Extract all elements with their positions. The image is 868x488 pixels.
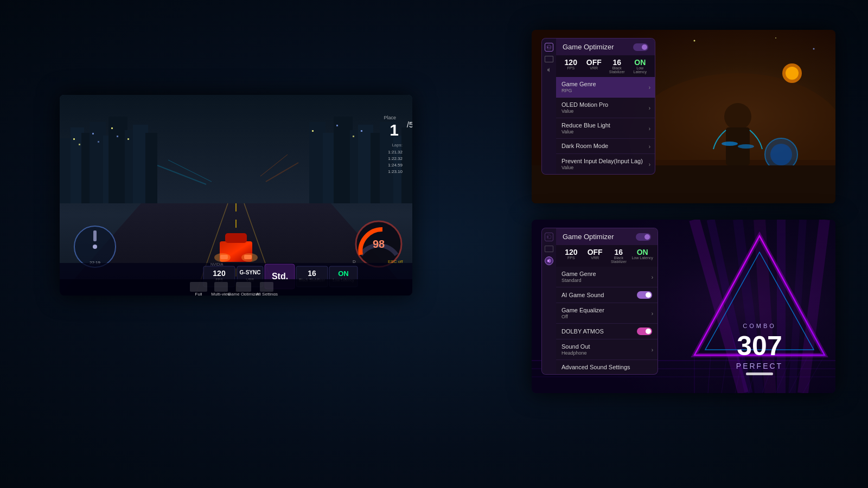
menu-item-reduce-blue[interactable]: Reduce Blue Light Value › [556, 118, 655, 139]
menu-item-input-delay[interactable]: Prevent Input Delay(Input Lag) Value › [556, 154, 655, 174]
svg-point-92 [786, 67, 799, 80]
stat-vrr-bottom: OFF VRR [584, 248, 606, 264]
svg-text:Laps:: Laps: [392, 143, 403, 147]
svg-rect-26 [312, 130, 314, 132]
svg-rect-28 [353, 136, 354, 137]
svg-rect-82 [236, 282, 251, 292]
stat-blackstab-bottom: 16 Black Stabilizer [608, 248, 630, 264]
svg-rect-15 [117, 136, 118, 137]
svg-text:1: 1 [390, 121, 399, 139]
svg-rect-10 [73, 138, 75, 140]
svg-rect-131 [746, 373, 773, 375]
svg-point-46 [93, 245, 97, 249]
menu-item-game-genre-sound[interactable]: Game Genre Standard › [556, 267, 658, 287]
svg-rect-9 [145, 133, 157, 203]
svg-rect-27 [336, 125, 338, 126]
audio-icon-bottom-active [545, 256, 553, 265]
optimizer-title-top: Game Optimizer [563, 43, 614, 51]
display-icon-bottom [545, 246, 553, 252]
svg-text:1:23.10: 1:23.10 [388, 169, 403, 174]
game-optimizer-panel-bottom: Game Optimizer 120 FPS OFF VRR 16 Black … [541, 228, 658, 375]
svg-text:COMBO: COMBO [743, 323, 776, 329]
svg-text:307: 307 [737, 331, 782, 361]
svg-text:Game Optimizer: Game Optimizer [228, 292, 260, 296]
svg-rect-11 [79, 144, 80, 145]
stat-latency-bottom: ON Low Latency [631, 248, 653, 264]
arrow-icon-3: › [649, 143, 650, 149]
svg-point-98 [694, 40, 695, 42]
stat-vrr-top: OFF VRR [584, 59, 605, 74]
menu-item-game-equalizer[interactable]: Game Equalizer Off › [556, 303, 658, 324]
optimizer-stats-top: 120 FPS OFF VRR 16 Black Stabilizer ON L… [556, 55, 655, 77]
svg-point-96 [770, 144, 792, 165]
svg-rect-84 [260, 282, 273, 292]
arrow-icon-1: › [649, 105, 650, 111]
arrow-sound-0: › [652, 274, 653, 280]
svg-text:98: 98 [373, 238, 385, 250]
svg-text:/5: /5 [407, 120, 412, 129]
svg-text:PERFECT: PERFECT [736, 362, 783, 370]
svg-text:1:21.32: 1:21.32 [388, 150, 403, 155]
svg-point-104 [550, 47, 550, 48]
dolby-toggle[interactable] [637, 328, 652, 335]
sound-optimizer-title: Game Optimizer [563, 233, 614, 241]
svg-text:Full: Full [195, 292, 202, 296]
svg-text:120: 120 [213, 269, 226, 278]
optimizer-header-top: Game Optimizer [556, 38, 655, 55]
menu-item-ai-game-sound[interactable]: AI Game Sound [556, 287, 658, 303]
top-right-panel: Game Optimizer 120 FPS OFF VRR 16 Black … [532, 30, 835, 203]
menu-item-advanced-sound[interactable]: Advanced Sound Settings [556, 360, 658, 374]
bottom-right-panel: COMBO 307 PERFECT Game Optimizer [532, 220, 835, 393]
svg-point-94 [738, 144, 754, 149]
arrow-sound-4: › [652, 346, 653, 352]
svg-point-89 [724, 103, 751, 130]
menu-item-dark-room[interactable]: Dark Room Mode › [556, 139, 655, 154]
svg-rect-14 [111, 127, 113, 129]
sound-optimizer-toggle[interactable] [636, 233, 651, 241]
svg-rect-19 [334, 117, 353, 203]
stat-fps-top: 120 FPS [560, 59, 582, 74]
menu-item-sound-out[interactable]: Sound Out Headphone › [556, 339, 658, 360]
svg-rect-6 [108, 117, 127, 203]
svg-text:16: 16 [308, 269, 316, 278]
svg-point-103 [550, 47, 551, 47]
svg-point-99 [775, 37, 776, 38]
svg-rect-25 [401, 127, 412, 203]
audio-icon-top [546, 67, 552, 73]
svg-text:1:22.32: 1:22.32 [388, 156, 403, 161]
svg-point-43 [241, 253, 258, 262]
menu-item-dolby-atmos[interactable]: DOLBY ATMOS [556, 324, 658, 339]
svg-rect-16 [127, 138, 129, 140]
svg-rect-45 [93, 230, 97, 241]
sound-optimizer-header: Game Optimizer [556, 228, 658, 245]
arrow-sound-2: › [652, 310, 653, 316]
gamepad-icon-bottom [545, 233, 553, 241]
stat-fps-bottom: 120 FPS [560, 248, 582, 264]
svg-text:All Settings: All Settings [256, 292, 278, 296]
svg-rect-12 [92, 133, 94, 134]
svg-text:Place: Place [384, 115, 396, 120]
arrow-icon-0: › [649, 84, 650, 90]
racing-background: 22:19 98 D ESC off Place 1 /5 Laps: 1:21… [60, 95, 412, 296]
left-racing-panel: 22:19 98 D ESC off Place 1 /5 Laps: 1:21… [60, 95, 412, 296]
menu-item-oled-motion[interactable]: OLED Motion Pro Value › [556, 98, 655, 118]
ai-sound-toggle[interactable] [637, 291, 652, 299]
svg-rect-29 [361, 130, 362, 132]
svg-point-100 [813, 48, 815, 50]
sound-optimizer-stats: 120 FPS OFF VRR 16 Black Stabilizer ON L… [556, 245, 658, 267]
optimizer-toggle-top[interactable] [633, 43, 648, 51]
arrow-icon-4: › [649, 161, 650, 167]
svg-text:1:24.59: 1:24.59 [388, 163, 403, 168]
gamepad-icon [545, 43, 553, 52]
svg-rect-13 [98, 141, 99, 143]
racing-scene-svg: 22:19 98 D ESC off Place 1 /5 Laps: 1:21… [60, 95, 412, 296]
svg-rect-39 [225, 233, 247, 243]
stat-blackstab-top: 16 Black Stabilizer [607, 59, 628, 74]
svg-point-93 [722, 142, 738, 146]
svg-text:NVIDIA: NVIDIA [210, 262, 224, 266]
svg-point-42 [214, 253, 231, 262]
stat-latency-top: ON Low Latency [630, 59, 651, 74]
svg-rect-80 [214, 282, 228, 292]
game-optimizer-panel-top: Game Optimizer 120 FPS OFF VRR 16 Black … [541, 38, 655, 175]
menu-item-game-genre[interactable]: Game Genre RPG › [556, 77, 655, 98]
